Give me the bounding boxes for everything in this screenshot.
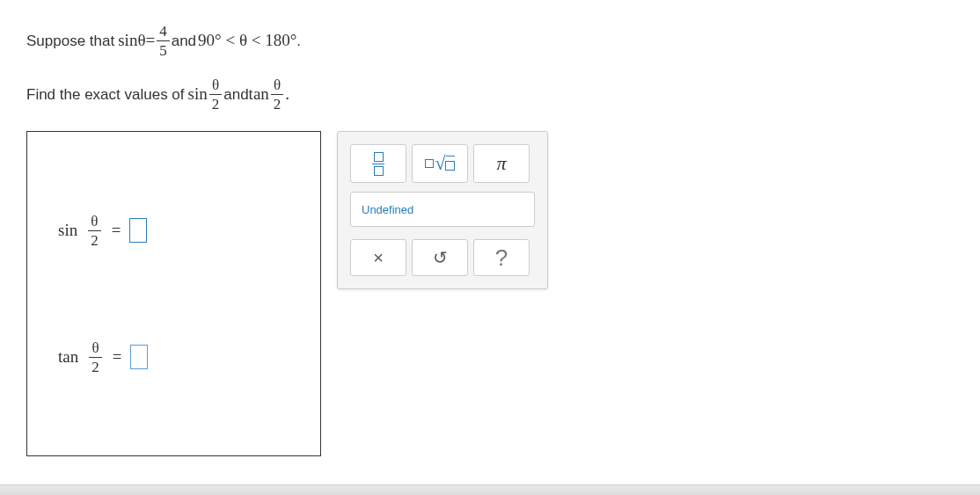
- fraction-4-5: 4 5: [157, 22, 170, 60]
- answer-row-sin: sin θ 2 =: [58, 212, 289, 250]
- math-toolbox: √ π Undefined × ↺ ?: [337, 131, 548, 289]
- undefined-label: Undefined: [362, 203, 413, 216]
- footer-bar: [0, 484, 980, 495]
- answer-panel: sin θ 2 = tan θ 2 =: [26, 131, 321, 456]
- help-button[interactable]: ?: [473, 239, 530, 276]
- pi-icon: π: [496, 152, 506, 175]
- text-and-2: and: [223, 84, 248, 106]
- text-suppose: Suppose that: [26, 30, 114, 53]
- fraction-theta-2-b: θ 2: [271, 76, 284, 113]
- tool-row-1: √ π: [350, 144, 535, 183]
- denominator-2: 2: [209, 95, 223, 113]
- tan-answer-input[interactable]: [130, 345, 148, 369]
- help-icon: ?: [495, 244, 508, 272]
- fraction-icon: [372, 151, 384, 177]
- reset-button[interactable]: ↺: [412, 239, 468, 276]
- close-icon: ×: [373, 248, 384, 268]
- numerator-theta: θ: [88, 212, 100, 230]
- answer-row-tan: tan θ 2 =: [58, 338, 289, 376]
- clear-button[interactable]: ×: [350, 239, 406, 276]
- sin-label: sin: [58, 221, 77, 240]
- numerator: 4: [157, 22, 170, 40]
- fraction-tool-button[interactable]: [350, 144, 406, 183]
- sqrt-tool-button[interactable]: √: [412, 144, 468, 183]
- denominator: 5: [157, 41, 170, 60]
- fraction-theta-2: θ 2: [89, 338, 102, 376]
- pi-tool-button[interactable]: π: [473, 144, 530, 183]
- sqrt-icon: √: [425, 152, 454, 175]
- sin-answer-input[interactable]: [129, 218, 147, 243]
- problem-statement: Suppose that sinθ = 4 5 and 90° < θ < 18…: [26, 22, 954, 113]
- numerator-theta: θ: [89, 338, 101, 357]
- denominator-2: 2: [88, 231, 101, 250]
- problem-line-1: Suppose that sinθ = 4 5 and 90° < θ < 18…: [26, 22, 954, 60]
- denominator-2: 2: [271, 95, 284, 113]
- period: .: [296, 30, 301, 53]
- reset-icon: ↺: [433, 247, 448, 268]
- equals: =: [113, 347, 122, 367]
- text-find: Find the exact values of: [26, 84, 185, 106]
- control-row: × ↺ ?: [350, 239, 535, 276]
- denominator-2: 2: [89, 358, 102, 376]
- numerator-theta: θ: [271, 76, 283, 94]
- problem-line-2: Find the exact values of sin θ 2 and tan…: [26, 76, 954, 113]
- theta-range: 90° < θ < 180°: [198, 28, 296, 54]
- fraction-theta-2: θ 2: [88, 212, 101, 250]
- sin-label: sin: [188, 82, 208, 107]
- tan-label: tan: [249, 82, 269, 107]
- sin-theta: sinθ: [118, 28, 145, 54]
- undefined-button[interactable]: Undefined: [350, 192, 535, 227]
- text-and: and: [172, 30, 196, 53]
- tan-label: tan: [58, 347, 78, 367]
- numerator-theta: θ: [209, 76, 222, 94]
- content-row: sin θ 2 = tan θ 2 =: [26, 131, 954, 456]
- equals: =: [112, 221, 121, 240]
- period: .: [285, 82, 289, 107]
- equals-sign: =: [145, 28, 155, 54]
- fraction-theta-2-a: θ 2: [209, 76, 223, 113]
